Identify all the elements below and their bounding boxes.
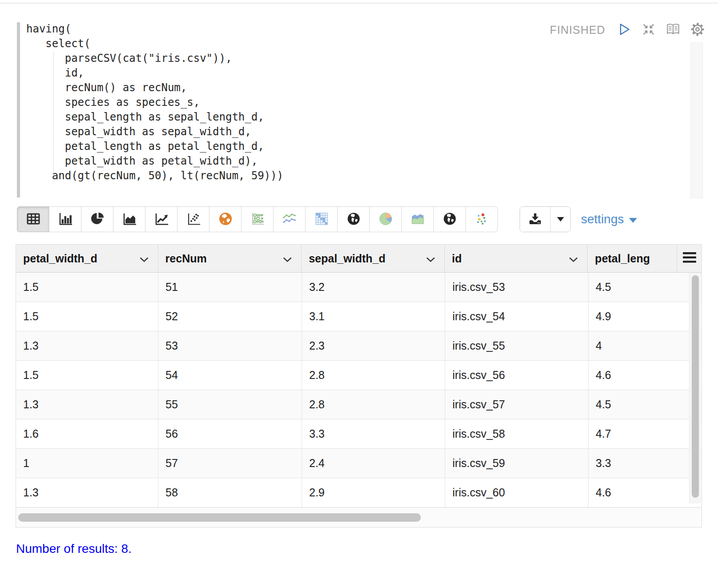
stacked-area-colored-icon <box>410 211 426 228</box>
cell-petal-width: 1.3 <box>16 390 158 419</box>
paragraph-top-divider <box>0 3 718 4</box>
chart-type-pie-button[interactable] <box>81 206 113 232</box>
globe-dark-2-icon <box>442 211 458 228</box>
chart-type-bar-button[interactable] <box>49 206 81 232</box>
compress-icon <box>642 23 655 37</box>
cell-petal-width: 1.3 <box>16 478 158 507</box>
chart-type-line-button[interactable] <box>145 206 177 232</box>
chart-type-area-button[interactable] <box>113 206 145 232</box>
cell-recnum: 51 <box>158 273 302 302</box>
chart-type-heatmap-button[interactable] <box>305 206 338 232</box>
cell-petal-length: 4 <box>589 331 690 360</box>
cell-recnum: 57 <box>158 449 302 478</box>
column-header-label: id <box>452 252 462 265</box>
chart-type-scatter-colored-button[interactable] <box>465 206 498 232</box>
collapse-button[interactable] <box>641 22 656 37</box>
download-icon <box>528 211 543 228</box>
cell-id: iris.csv_56 <box>445 361 589 390</box>
code-editor[interactable]: having( select( parseCSV(cat("iris.csv")… <box>17 21 703 198</box>
chart-type-table-button[interactable] <box>17 206 49 232</box>
cell-petal-width: 1.3 <box>16 331 158 360</box>
pie-chart-colored-icon <box>378 211 394 228</box>
settings-label: settings <box>581 212 624 226</box>
column-header-id[interactable]: id <box>445 245 588 272</box>
table-row: 1.3 53 2.3 iris.csv_55 4 <box>16 331 702 361</box>
chart-type-globe-2-button[interactable] <box>433 206 466 232</box>
cell-petal-width: 1.6 <box>16 419 158 448</box>
paragraph-status-row: FINISHED <box>550 21 705 38</box>
download-button[interactable] <box>520 207 551 232</box>
cell-id: iris.csv_58 <box>445 419 589 448</box>
zeppelin-paragraph: having( select( parseCSV(cat("iris.csv")… <box>0 0 718 588</box>
cell-sepal-width: 2.8 <box>302 390 445 419</box>
download-options-button[interactable] <box>551 207 570 232</box>
cell-id: iris.csv_57 <box>445 390 589 419</box>
cell-sepal-width: 2.3 <box>302 331 445 360</box>
chart-type-scatter-button[interactable] <box>177 206 210 232</box>
download-button-group <box>520 206 571 232</box>
cell-recnum: 52 <box>158 302 302 331</box>
table-horizontal-scrollbar-track <box>16 507 702 527</box>
code-text[interactable]: having( select( parseCSV(cat("iris.csv")… <box>26 22 283 183</box>
table-row: 1 57 2.4 iris.csv_59 3.3 <box>16 449 702 478</box>
chart-type-bubble-grid-button[interactable] <box>241 206 274 232</box>
editor-gutter-bar <box>17 22 20 197</box>
column-header-petal-length[interactable]: petal_leng <box>588 245 677 272</box>
table-vertical-scrollbar-track <box>689 273 701 503</box>
results-count-label: Number of results: 8. <box>16 542 132 556</box>
table-menu-button[interactable] <box>677 245 702 272</box>
column-header-recnum[interactable]: recNum <box>158 245 302 272</box>
table-horizontal-scrollbar-thumb[interactable] <box>18 513 421 522</box>
column-header-sepal-width[interactable]: sepal_width_d <box>302 245 445 272</box>
table-row: 1.6 56 3.3 iris.csv_58 4.7 <box>16 419 702 449</box>
chevron-down-icon <box>629 218 637 223</box>
chart-type-map-button[interactable] <box>209 206 242 232</box>
column-header-label: sepal_width_d <box>309 252 385 265</box>
heatmap-icon <box>314 211 330 228</box>
cell-id: iris.csv_54 <box>445 302 589 331</box>
cell-sepal-width: 2.9 <box>302 478 445 507</box>
cell-petal-length: 4.6 <box>589 478 690 507</box>
cell-petal-length: 4.5 <box>589 390 690 419</box>
hamburger-menu-icon <box>683 252 696 265</box>
chart-type-stacked-area-button[interactable] <box>401 206 434 232</box>
settings-link[interactable]: settings <box>581 206 637 232</box>
cell-petal-width: 1.5 <box>16 302 158 331</box>
table-row: 1.3 55 2.8 iris.csv_57 4.5 <box>16 390 702 419</box>
chart-type-pie-colored-button[interactable] <box>369 206 402 232</box>
chevron-down-icon[interactable] <box>569 252 578 265</box>
globe-dark-icon <box>346 211 362 228</box>
bar-chart-icon <box>57 211 73 228</box>
table-row: 1.3 58 2.9 iris.csv_60 4.6 <box>16 478 702 507</box>
chevron-down-icon[interactable] <box>282 252 292 265</box>
cell-sepal-width: 2.4 <box>302 449 445 478</box>
cell-sepal-width: 2.8 <box>302 361 445 390</box>
results-table: petal_width_d recNum sepal_width_d id pe… <box>16 244 702 528</box>
table-header-row: petal_width_d recNum sepal_width_d id pe… <box>16 245 702 273</box>
editor-scrollbar-track[interactable] <box>690 42 703 198</box>
cell-id: iris.csv_59 <box>445 449 589 478</box>
cell-petal-length: 4.5 <box>589 273 690 302</box>
cell-petal-length: 4.9 <box>589 302 690 331</box>
cell-recnum: 55 <box>158 390 302 419</box>
scatter-colored-icon <box>474 211 490 228</box>
cell-petal-width: 1 <box>16 449 158 478</box>
run-button[interactable] <box>617 22 632 37</box>
chevron-down-icon[interactable] <box>426 252 436 265</box>
table-icon <box>25 211 41 228</box>
column-header-petal-width[interactable]: petal_width_d <box>16 245 158 272</box>
cell-id: iris.csv_60 <box>445 478 589 507</box>
chart-type-multi-line-button[interactable] <box>273 206 306 232</box>
cell-petal-length: 3.3 <box>589 449 690 478</box>
chart-type-button-group <box>17 206 498 232</box>
chart-type-globe-button[interactable] <box>337 206 370 232</box>
status-badge: FINISHED <box>550 24 605 36</box>
output-toggle-button[interactable] <box>666 22 681 37</box>
line-chart-icon <box>153 211 169 228</box>
paragraph-settings-button[interactable] <box>690 22 705 37</box>
chevron-down-icon[interactable] <box>139 252 149 265</box>
cell-sepal-width: 3.1 <box>302 302 445 331</box>
cell-petal-width: 1.5 <box>16 273 158 302</box>
table-vertical-scrollbar-thumb[interactable] <box>692 275 699 498</box>
gear-icon <box>690 22 705 38</box>
